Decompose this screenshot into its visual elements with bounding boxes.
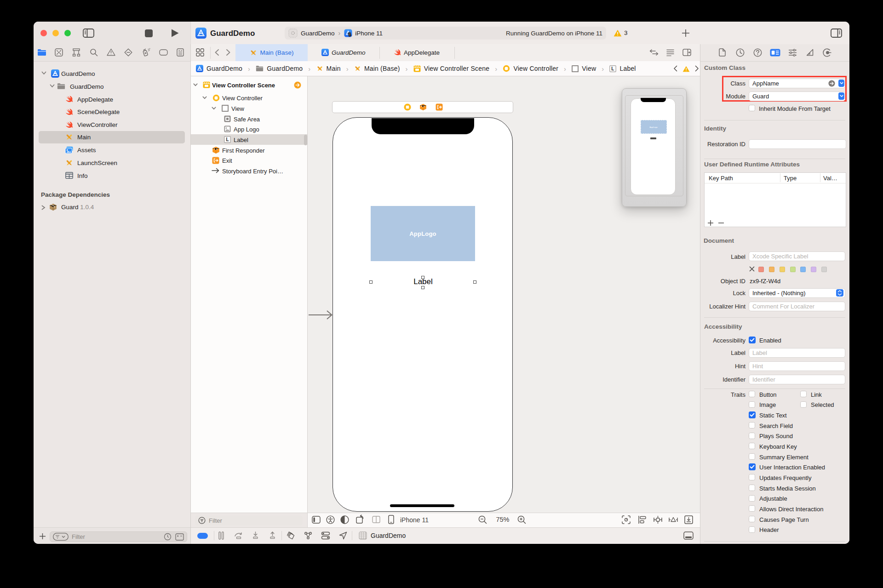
- svg-text:L: L: [226, 137, 229, 142]
- svg-text:L: L: [612, 66, 614, 71]
